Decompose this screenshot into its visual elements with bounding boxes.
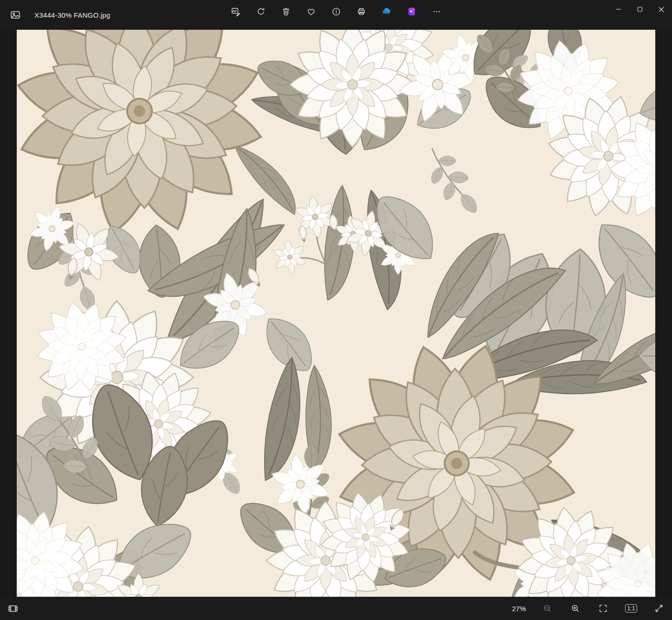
photos-app-icon[interactable] bbox=[7, 7, 23, 23]
info-icon bbox=[331, 7, 341, 17]
zoom-in-button[interactable] bbox=[568, 601, 583, 616]
maximize-icon bbox=[629, 0, 651, 19]
designer-app-icon bbox=[406, 6, 417, 17]
filmstrip-toggle-button[interactable] bbox=[6, 601, 20, 616]
zoom-out-button[interactable] bbox=[540, 601, 555, 616]
statusbar-left bbox=[6, 601, 20, 616]
fit-to-window-icon bbox=[598, 603, 608, 613]
actual-size-button[interactable]: 1:1 bbox=[624, 601, 639, 616]
onedrive-button[interactable] bbox=[379, 5, 393, 19]
photos-app-window: X3444-30% FANGO.jpg bbox=[0, 0, 672, 620]
rotate-button[interactable] bbox=[254, 5, 268, 19]
zoom-in-icon bbox=[570, 603, 580, 613]
more-ellipsis-icon bbox=[432, 7, 442, 17]
fullscreen-button[interactable] bbox=[652, 601, 666, 616]
edit-image-button[interactable] bbox=[229, 5, 243, 19]
more-button[interactable] bbox=[430, 5, 444, 19]
delete-button[interactable] bbox=[279, 5, 293, 19]
filmstrip-icon bbox=[7, 603, 19, 614]
statusbar-right: 27% 1:1 bbox=[511, 601, 666, 616]
zoom-out-icon bbox=[542, 603, 552, 613]
minimize-button[interactable] bbox=[608, 0, 629, 19]
minimize-icon bbox=[608, 0, 629, 19]
fullscreen-icon bbox=[654, 603, 664, 613]
floral-image[interactable] bbox=[17, 30, 655, 597]
fit-to-window-button[interactable] bbox=[596, 601, 611, 616]
close-button[interactable] bbox=[651, 0, 672, 19]
heart-icon bbox=[306, 7, 316, 17]
onedrive-cloud-icon bbox=[381, 6, 392, 17]
titlebar: X3444-30% FANGO.jpg bbox=[0, 0, 672, 30]
maximize-button[interactable] bbox=[629, 0, 651, 19]
trash-icon bbox=[281, 7, 291, 17]
filename: X3444-30% FANGO.jpg bbox=[34, 11, 110, 19]
actual-size-label: 1:1 bbox=[625, 604, 638, 613]
rotate-icon bbox=[256, 7, 266, 17]
statusbar: 27% 1:1 bbox=[0, 597, 672, 620]
toolbar bbox=[229, 5, 444, 19]
close-icon bbox=[651, 0, 672, 19]
zoom-level[interactable]: 27% bbox=[511, 603, 527, 614]
print-button[interactable] bbox=[354, 5, 368, 19]
window-controls bbox=[608, 0, 672, 19]
favorite-button[interactable] bbox=[304, 5, 318, 19]
edit-image-icon bbox=[231, 7, 241, 17]
image-icon bbox=[10, 9, 21, 20]
print-icon bbox=[356, 7, 366, 17]
image-viewport bbox=[0, 30, 672, 597]
info-button[interactable] bbox=[329, 5, 343, 19]
titlebar-left: X3444-30% FANGO.jpg bbox=[0, 0, 110, 30]
floral-pattern-svg bbox=[17, 30, 655, 597]
designer-button[interactable] bbox=[405, 5, 419, 19]
